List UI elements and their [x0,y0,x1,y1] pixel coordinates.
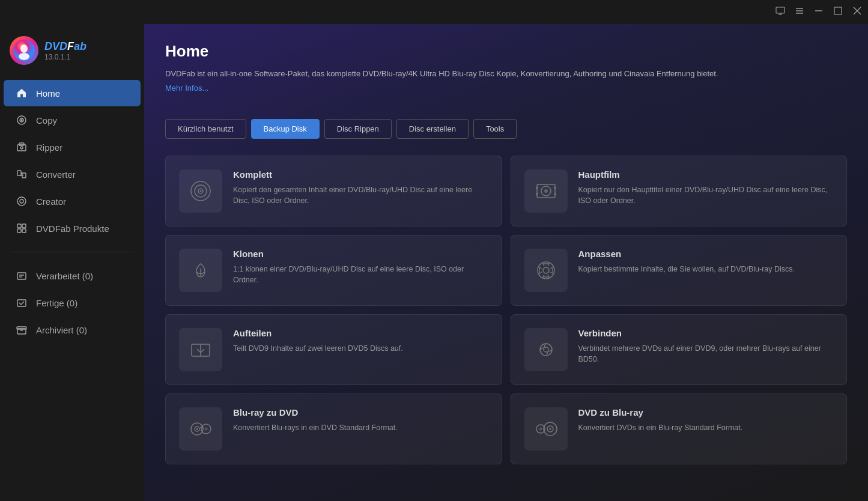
sidebar-item-label: Converter [36,169,76,180]
tab-bar: Kürzlich benutzt Backup Disk Disc Rippen… [165,119,847,139]
card-klonen-title: Klonen [233,249,488,259]
card-bluray-dvd-desc: Konvertiert Blu-rays in ein DVD Standard… [233,422,488,434]
svg-rect-43 [554,187,556,189]
card-hauptfilm-desc: Kopiert nur den Haupttitel einer DVD/Blu… [578,184,834,207]
tab-disc-rippen[interactable]: Disc Rippen [324,119,392,139]
home-icon [16,87,28,99]
svg-rect-20 [22,173,26,178]
card-komplett-title: Komplett [233,169,488,180]
klonen-icon-box [179,249,222,292]
sidebar-item-copy[interactable]: Copy [4,107,141,133]
card-anpassen-title: Anpassen [578,249,834,259]
page-title: Home [165,42,847,61]
svg-point-18 [20,147,23,149]
card-komplett-desc: Kopiert den gesamten Inhalt einer DVD/Bl… [233,184,488,207]
main-nav: Home Copy [0,77,144,244]
verbinden-icon-box [524,328,568,371]
svg-point-15 [21,120,22,121]
sidebar-item-label: Verarbeitet (0) [36,271,93,281]
card-verbinden[interactable]: Verbinden Verbindet mehrere DVDs auf ein… [511,314,848,385]
card-aufteilen-title: Aufteilen [233,328,488,338]
verarbeitet-icon [16,270,28,282]
card-dvd-bluray[interactable]: DVD zu Blu-ray Konvertiert DVDs in ein B… [511,393,848,464]
card-klonen[interactable]: Klonen 1:1 klonen einer DVD/Blu-ray/UHD … [165,235,502,306]
card-verbinden-title: Verbinden [578,328,834,338]
svg-rect-17 [19,143,24,145]
monitor-icon[interactable] [775,6,785,18]
minimize-icon[interactable] [814,6,824,18]
tab-tools[interactable]: Tools [473,119,517,139]
tab-disc-erstellen[interactable]: Disc erstellen [396,119,469,139]
card-aufteilen[interactable]: Aufteilen Teilt DVD9 Inhalte auf zwei le… [165,314,502,385]
sidebar-item-creator[interactable]: Creator [4,188,141,214]
card-aufteilen-desc: Teilt DVD9 Inhalte auf zwei leeren DVD5 … [233,343,488,354]
card-dvd-bluray-title: DVD zu Blu-ray [578,407,834,418]
products-icon [16,222,28,234]
card-bluray-dvd-title: Blu-ray zu DVD [233,407,488,418]
dvd-bluray-icon-box [524,407,568,451]
sidebar-item-label: Copy [36,115,57,126]
tab-kurzlich[interactable]: Kürzlich benutzt [165,119,246,139]
svg-point-46 [543,267,549,273]
copy-icon [16,114,28,126]
archiviert-icon [16,324,28,336]
maximize-icon[interactable] [833,6,843,18]
sidebar-item-dvdfab-produkte[interactable]: DVDFab Produkte [4,215,141,241]
svg-point-12 [19,53,29,60]
svg-rect-30 [17,300,26,306]
svg-rect-24 [22,224,26,228]
card-anpassen-desc: Kopiert bestimmte Inhalte, die Sie wolle… [578,264,834,275]
card-hauptfilm[interactable]: Hauptfilm Kopiert nur den Haupttitel ein… [511,156,848,226]
svg-point-21 [17,197,26,205]
card-komplett[interactable]: Komplett Kopiert den gesamten Inhalt ein… [165,156,502,226]
ripper-icon [16,141,28,153]
sidebar-item-label: Home [36,88,60,99]
titlebar [0,0,868,24]
svg-rect-23 [17,224,21,228]
svg-rect-44 [554,193,556,195]
sidebar-item-label: Fertige (0) [36,298,77,308]
aufteilen-icon-box [179,328,222,371]
sidebar-item-ripper[interactable]: Ripper [4,134,141,160]
sidebar-item-verarbeitet[interactable]: Verarbeitet (0) [4,263,141,289]
card-bluray-dvd[interactable]: Blu-ray zu DVD Konvertiert Blu-rays in e… [165,393,502,464]
main-content: Home DVDFab ist ein all-in-one Software-… [144,24,868,501]
svg-point-11 [20,44,28,53]
svg-rect-32 [17,327,26,329]
cards-grid: Komplett Kopiert den gesamten Inhalt ein… [165,156,847,464]
svg-rect-25 [17,229,21,232]
bluray-dvd-icon-box [179,407,222,451]
sidebar-item-home[interactable]: Home [4,80,141,106]
hauptfilm-icon-box [524,169,568,213]
sidebar-item-converter[interactable]: Converter [4,161,141,187]
tab-backup[interactable]: Backup Disk [251,119,320,139]
svg-point-53 [196,428,198,430]
mehr-infos-link[interactable]: Mehr Infos... [165,84,208,93]
svg-point-37 [200,190,202,192]
svg-point-40 [544,189,548,193]
sidebar-divider [10,252,135,252]
avatar [10,36,38,65]
card-anpassen[interactable]: Anpassen Kopiert bestimmte Inhalte, die … [511,235,848,306]
sidebar: DVDFab 13.0.1.1 Home [0,24,144,501]
anpassen-icon-box [524,249,568,292]
close-icon[interactable] [852,6,862,18]
sidebar-item-label: DVDFab Produkte [36,223,109,234]
logo-text: DVDFab 13.0.1.1 [44,40,86,61]
svg-point-22 [20,199,23,203]
svg-point-60 [549,428,551,430]
logo-area: DVDFab 13.0.1.1 [0,30,144,77]
svg-point-49 [540,344,552,356]
svg-rect-41 [536,187,538,189]
svg-rect-27 [17,273,26,279]
card-klonen-desc: 1:1 klonen einer DVD/Blu-ray/UHD Disc au… [233,264,488,287]
svg-rect-0 [776,7,785,13]
svg-rect-19 [17,171,21,175]
sidebar-item-fertige[interactable]: Fertige (0) [4,290,141,316]
sidebar-item-label: Ripper [36,142,62,153]
komplett-icon-box [179,169,222,213]
sidebar-item-archiviert[interactable]: Archiviert (0) [4,317,141,343]
card-verbinden-desc: Verbindet mehrere DVDs auf einer DVD9, o… [578,343,834,366]
fertige-icon [16,297,28,309]
menu-icon[interactable] [795,6,804,18]
